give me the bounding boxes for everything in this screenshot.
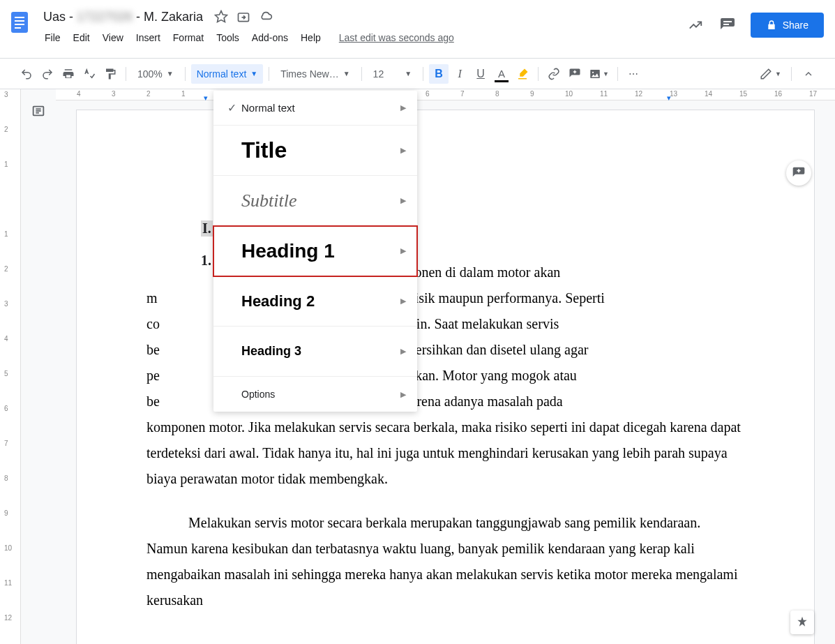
- font-dropdown[interactable]: Times New…▼: [275, 64, 355, 84]
- share-label: Share: [783, 20, 808, 31]
- underline-button[interactable]: U: [471, 64, 490, 84]
- more-button[interactable]: ⋯: [624, 64, 643, 84]
- font-size-dropdown[interactable]: 12▼: [368, 64, 417, 84]
- chevron-right-icon: ▶: [400, 390, 406, 399]
- menu-view[interactable]: View: [97, 29, 129, 46]
- svg-rect-0: [11, 12, 28, 33]
- svg-rect-4: [15, 27, 21, 29]
- style-subtitle[interactable]: Subtitle ▶: [213, 176, 417, 226]
- svg-rect-7: [723, 21, 732, 22]
- activity-icon[interactable]: [686, 16, 705, 34]
- item-number: 1.: [201, 253, 211, 269]
- insert-image-button[interactable]: ▼: [586, 64, 612, 84]
- svg-rect-3: [15, 24, 24, 25]
- lock-icon: [766, 20, 777, 31]
- insert-comment-button[interactable]: [565, 64, 585, 84]
- toolbar: 100%▼ Normal text▼ Times New…▼ 12▼ B I U…: [0, 59, 835, 89]
- svg-point-10: [592, 71, 594, 73]
- style-normal-text[interactable]: ✓ Normal text ▶: [213, 91, 417, 126]
- bold-button[interactable]: B: [429, 64, 449, 84]
- app-header: Uas - 17227026 - M. Zakaria File Edit Vi…: [0, 0, 835, 59]
- comments-icon[interactable]: [719, 16, 737, 34]
- style-heading-1[interactable]: Heading 1 ▶: [213, 226, 417, 276]
- styles-dropdown-button[interactable]: Normal text▼: [191, 64, 263, 84]
- text-color-button[interactable]: A: [492, 64, 511, 84]
- style-title[interactable]: Title ▶: [213, 126, 417, 176]
- svg-rect-2: [15, 20, 24, 22]
- chevron-right-icon: ▶: [400, 103, 406, 112]
- svg-marker-5: [216, 11, 227, 22]
- check-icon: ✓: [222, 101, 241, 114]
- style-heading-3[interactable]: Heading 3 ▶: [213, 327, 417, 377]
- italic-button[interactable]: I: [450, 64, 469, 84]
- section-number: I.: [201, 220, 213, 237]
- menubar: File Edit View Insert Format Tools Add-o…: [39, 29, 686, 46]
- chevron-right-icon: ▶: [400, 246, 406, 255]
- menu-help[interactable]: Help: [295, 29, 326, 46]
- workspace: 32112345678910111213 ▾ ▾ 432112345678910…: [0, 89, 835, 644]
- styles-dropdown-menu: ✓ Normal text ▶ Title ▶ Subtitle ▶ Headi…: [213, 91, 417, 412]
- editing-mode-button[interactable]: ▼: [757, 64, 784, 84]
- title-area: Uas - 17227026 - M. Zakaria File Edit Vi…: [33, 6, 686, 46]
- paragraph-2: Melakukan servis motor secara berkala me…: [146, 510, 744, 613]
- zoom-dropdown[interactable]: 100%▼: [132, 64, 179, 84]
- style-heading-2[interactable]: Heading 2 ▶: [213, 276, 417, 327]
- menu-edit[interactable]: Edit: [68, 29, 96, 46]
- svg-rect-8: [723, 24, 729, 25]
- collapse-toolbar-button[interactable]: [799, 64, 818, 84]
- vertical-ruler: 32112345678910111213: [0, 89, 21, 644]
- print-button[interactable]: [59, 64, 78, 84]
- undo-button[interactable]: [17, 64, 36, 84]
- paint-format-button[interactable]: [100, 64, 120, 84]
- redo-button[interactable]: [38, 64, 57, 84]
- chevron-right-icon: ▶: [400, 297, 406, 306]
- outline-panel: [21, 89, 56, 644]
- star-icon[interactable]: [213, 8, 230, 25]
- chevron-right-icon: ▶: [400, 146, 406, 155]
- cloud-saved-icon[interactable]: [257, 8, 274, 25]
- outline-icon[interactable]: [31, 103, 46, 119]
- menu-file[interactable]: File: [39, 29, 66, 46]
- move-icon[interactable]: [235, 8, 252, 25]
- menu-format[interactable]: Format: [167, 29, 209, 46]
- doc-title[interactable]: Uas - 17227026 - M. Zakaria: [39, 8, 207, 26]
- document-page[interactable]: I. 1. a, komponen di dalam motor akan mi…: [77, 110, 814, 644]
- last-edit-link[interactable]: Last edit was seconds ago: [339, 32, 454, 43]
- insert-link-button[interactable]: [544, 64, 564, 84]
- menu-insert[interactable]: Insert: [130, 29, 166, 46]
- add-comment-side-button[interactable]: [786, 160, 811, 186]
- svg-rect-1: [15, 17, 24, 18]
- menu-tools[interactable]: Tools: [211, 29, 245, 46]
- chevron-right-icon: ▶: [400, 196, 406, 205]
- document-area: ▾ ▾ 43211234567891011121314151617 I. 1. …: [56, 89, 835, 644]
- style-options[interactable]: Options ▶: [213, 377, 417, 412]
- chevron-right-icon: ▶: [400, 347, 406, 356]
- menu-addons[interactable]: Add-ons: [246, 29, 294, 46]
- highlight-button[interactable]: [513, 64, 532, 84]
- explore-button[interactable]: [790, 611, 814, 634]
- left-indent-marker[interactable]: ▾: [204, 93, 208, 103]
- docs-logo[interactable]: [6, 8, 33, 36]
- spellcheck-button[interactable]: [80, 64, 99, 84]
- share-button[interactable]: Share: [751, 13, 824, 38]
- horizontal-ruler: ▾ ▾ 43211234567891011121314151617: [56, 89, 835, 100]
